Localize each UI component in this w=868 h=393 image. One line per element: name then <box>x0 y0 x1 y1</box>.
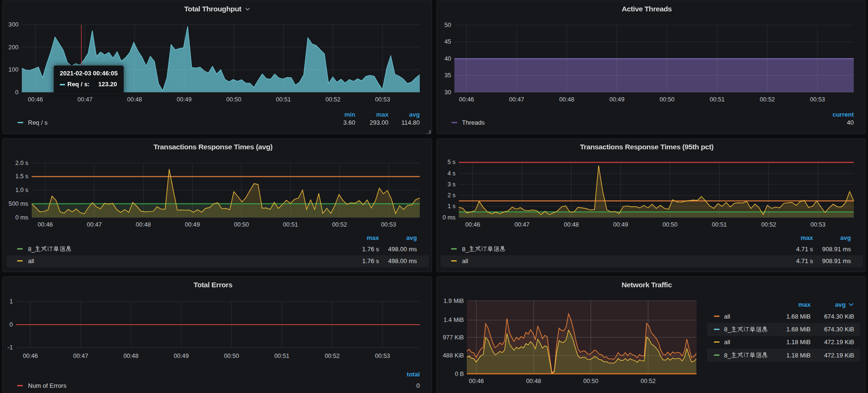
svg-text:1.4 MiB: 1.4 MiB <box>443 317 464 323</box>
svg-text:0 ms: 0 ms <box>15 214 28 221</box>
svg-text:2 s: 2 s <box>447 192 455 199</box>
svg-text:472.19 KiB: 472.19 KiB <box>824 352 854 359</box>
svg-text:00:46: 00:46 <box>459 96 474 103</box>
svg-text:45: 45 <box>444 38 451 45</box>
svg-text:00:52: 00:52 <box>332 221 347 228</box>
svg-text:500 ms: 500 ms <box>9 201 28 207</box>
svg-text:all: all <box>462 257 468 265</box>
svg-text:00:47: 00:47 <box>515 221 530 228</box>
svg-text:00:46: 00:46 <box>38 221 53 228</box>
svg-text:1.0 s: 1.0 s <box>15 187 28 193</box>
svg-text:avg: avg <box>409 111 420 118</box>
svg-text:00:50: 00:50 <box>234 221 249 228</box>
svg-text:00:47: 00:47 <box>77 96 92 103</box>
svg-text:total: total <box>407 371 420 378</box>
svg-text:00:52: 00:52 <box>325 96 341 103</box>
svg-text:avg: avg <box>840 234 851 241</box>
svg-text:114.80: 114.80 <box>401 119 420 126</box>
svg-text:8_: 8_ <box>28 246 35 253</box>
svg-text:0: 0 <box>416 382 420 389</box>
svg-text:Req / s: Req / s <box>28 119 48 126</box>
svg-text:00:52: 00:52 <box>324 353 340 359</box>
svg-text:00:50: 00:50 <box>226 96 241 103</box>
svg-text:1.76 s: 1.76 s <box>362 246 379 253</box>
svg-text:00:51: 00:51 <box>283 221 298 228</box>
svg-text:00:50: 00:50 <box>663 221 678 228</box>
svg-text:5 s: 5 s <box>447 159 455 165</box>
svg-text:1.5 s: 1.5 s <box>15 173 28 180</box>
svg-text:00:51: 00:51 <box>274 353 289 359</box>
svg-text:00:53: 00:53 <box>381 221 396 228</box>
svg-text:2.0 s: 2.0 s <box>15 160 28 166</box>
svg-text:00:48: 00:48 <box>559 96 574 103</box>
svg-text:674.30 KiB: 674.30 KiB <box>824 326 854 333</box>
svg-text:00:49: 00:49 <box>174 353 189 359</box>
svg-text:30: 30 <box>444 89 451 96</box>
svg-text:40: 40 <box>847 119 854 126</box>
svg-text:1.18 MiB: 1.18 MiB <box>786 338 811 346</box>
svg-text:avg: avg <box>835 301 846 308</box>
svg-text:8_: 8_ <box>462 246 469 253</box>
svg-text:00:49: 00:49 <box>609 96 625 103</box>
svg-text:8_: 8_ <box>724 326 731 333</box>
svg-text:00:48: 00:48 <box>123 353 139 359</box>
svg-text:00:50: 00:50 <box>659 96 674 103</box>
svg-text:00:53: 00:53 <box>811 221 826 228</box>
svg-text:all: all <box>28 257 34 265</box>
svg-text:674.30 KiB: 674.30 KiB <box>824 313 854 320</box>
svg-text:1.68 MiB: 1.68 MiB <box>786 326 811 333</box>
svg-text:4.71 s: 4.71 s <box>796 246 813 253</box>
svg-text:-1: -1 <box>8 344 13 351</box>
svg-text:max: max <box>798 301 811 308</box>
svg-text:00:52: 00:52 <box>761 221 776 228</box>
svg-text:498.00 ms: 498.00 ms <box>388 246 417 253</box>
svg-text:00:51: 00:51 <box>712 221 727 228</box>
svg-text:Num of Errors: Num of Errors <box>28 382 66 389</box>
svg-text:472.19 KiB: 472.19 KiB <box>824 338 854 346</box>
svg-text:0 ms: 0 ms <box>443 214 456 221</box>
svg-text:00:46: 00:46 <box>469 378 484 384</box>
svg-text:max: max <box>367 234 379 241</box>
svg-text:1: 1 <box>9 298 13 305</box>
svg-text:max: max <box>801 234 813 241</box>
svg-text:977 KiB: 977 KiB <box>443 334 464 341</box>
svg-text:0: 0 <box>15 89 18 96</box>
svg-text:908.91 ms: 908.91 ms <box>822 257 851 265</box>
svg-text:00:53: 00:53 <box>375 353 390 359</box>
svg-text:00:51: 00:51 <box>710 96 725 103</box>
svg-text:300: 300 <box>9 21 18 28</box>
svg-text:1.76 s: 1.76 s <box>362 257 379 265</box>
svg-text:Threads: Threads <box>462 119 485 126</box>
svg-text:00:53: 00:53 <box>375 96 390 103</box>
svg-text:1.9 MiB: 1.9 MiB <box>443 298 464 304</box>
svg-text:00:49: 00:49 <box>176 96 192 103</box>
svg-text:current: current <box>832 111 854 118</box>
svg-text:0: 0 <box>9 321 13 328</box>
svg-text:3 s: 3 s <box>447 181 455 188</box>
svg-text:1.68 MiB: 1.68 MiB <box>786 313 811 320</box>
svg-text:40: 40 <box>444 55 451 62</box>
svg-text:00:48: 00:48 <box>564 221 579 228</box>
svg-text:00:50: 00:50 <box>583 378 599 384</box>
svg-text:4.71 s: 4.71 s <box>796 257 813 265</box>
svg-text:avg: avg <box>406 234 417 241</box>
svg-text:0 B: 0 B <box>455 371 464 377</box>
svg-text:100: 100 <box>9 66 18 73</box>
svg-text:00:48: 00:48 <box>136 221 151 228</box>
svg-text:908.91 ms: 908.91 ms <box>822 246 851 253</box>
svg-text:00:52: 00:52 <box>641 378 656 384</box>
svg-text:00:48: 00:48 <box>127 96 142 103</box>
svg-text:00:46: 00:46 <box>465 221 480 228</box>
svg-text:00:51: 00:51 <box>276 96 291 103</box>
svg-text:3.60: 3.60 <box>343 119 355 126</box>
svg-text:all: all <box>724 338 730 346</box>
svg-text:50: 50 <box>444 22 451 28</box>
svg-text:00:49: 00:49 <box>185 221 200 228</box>
svg-text:00:47: 00:47 <box>509 96 524 103</box>
svg-text:00:52: 00:52 <box>760 96 775 103</box>
svg-text:max: max <box>376 111 389 118</box>
svg-text:00:53: 00:53 <box>810 96 825 103</box>
svg-text:00:48: 00:48 <box>526 378 541 384</box>
svg-text:min: min <box>344 111 355 118</box>
svg-text:8_: 8_ <box>724 352 731 359</box>
